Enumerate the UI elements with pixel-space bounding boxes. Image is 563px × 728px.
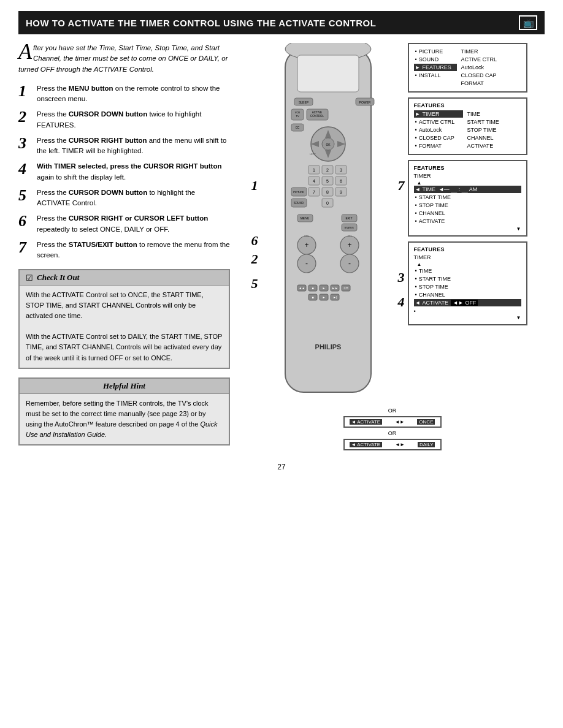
step-3-number: 3	[18, 135, 32, 151]
page-number: 27	[18, 463, 545, 471]
step-2-number: 2	[18, 109, 32, 125]
header-icon: 📺	[519, 15, 537, 30]
activate-arrow-icon: ◄►	[395, 419, 405, 425]
timer-stoptime2: • STOP TIME	[414, 202, 521, 209]
timer-starttime: START TIME	[466, 118, 515, 126]
timer-activate: ACTIVATE	[466, 142, 515, 150]
check-box-header: ☑ Check It Out	[20, 270, 229, 286]
svg-text:6: 6	[340, 179, 342, 183]
svg-text:TV: TV	[296, 115, 299, 118]
panel2-right: TIME START TIME STOP TIME CHANNEL ACTIVA…	[466, 110, 515, 150]
svg-text:►: ►	[322, 295, 325, 299]
menu-item-sound: • SOUND	[414, 56, 457, 63]
step-5: 5 Press the CURSOR DOWN button to highli…	[18, 188, 230, 209]
timer-stoptime: STOP TIME	[466, 126, 515, 134]
remote-control-wrapper: 1 6 2 5 7 3 4	[255, 43, 402, 400]
panel1-content: • PICTURE • SOUND ► FEATURES • INSTALL T…	[414, 48, 521, 88]
svg-text:■: ■	[312, 295, 313, 299]
steps-list: 1 Press the MENU button on the remote co…	[18, 83, 230, 261]
or-text-1: OR	[388, 408, 397, 414]
svg-text:ACTIVE: ACTIVE	[312, 111, 321, 114]
features-timer: ► TIMER	[414, 110, 463, 118]
svg-text:SOUND: SOUND	[293, 202, 304, 205]
svg-text:◄◄: ◄◄	[299, 286, 305, 290]
step-7-number: 7	[18, 240, 32, 256]
page: How to Activate the Timer Control Using …	[0, 0, 563, 728]
activate-once-row: ◄ ACTIVATE ◄► ONCE	[343, 416, 442, 428]
svg-text:+: +	[347, 241, 351, 249]
remote-svg: SLEEP POWER ACTIVE CONTROL VCR TV	[261, 43, 396, 398]
step-1: 1 Press the MENU button on the remote co…	[18, 83, 230, 105]
svg-text:EXIT: EXIT	[345, 216, 352, 220]
header-bar: How to Activate the Timer Control Using …	[18, 11, 545, 34]
right-column: 1 6 2 5 7 3 4	[240, 43, 545, 450]
or-text-2: OR	[388, 430, 397, 436]
svg-text:8: 8	[326, 190, 329, 194]
helpful-hint-box: Helpful Hint Remember, before setting th…	[18, 377, 230, 446]
panel4-down-arrow: ▼	[414, 315, 521, 320]
svg-text:►|: ►|	[332, 295, 336, 299]
menu-right-timer: TIMER	[460, 48, 509, 55]
step-4-number: 4	[18, 161, 32, 177]
menu-right-autolock: AutoLock	[460, 64, 509, 71]
svg-text:VOL: VOL	[304, 235, 309, 238]
panel4-subtitle: TIMER	[414, 254, 521, 260]
remote-step-2: 2	[251, 251, 258, 267]
panel3-up-arrow: ▲	[414, 180, 521, 186]
timer-channel: CHANNEL	[466, 134, 515, 142]
activate-daily-label: ◄ ACTIVATE	[350, 442, 383, 447]
menu-right-format: FORMAT	[460, 80, 509, 87]
step-1-number: 1	[18, 83, 32, 99]
timer-time-highlighted: ◄ TIME ◄— __ : __ AM	[414, 186, 521, 193]
panel1-right: TIMER ACTIVE CTRL AutoLock CLOSED CAP FO…	[460, 48, 509, 88]
panel3-title: FEATURES	[414, 165, 521, 171]
panel4-title: FEATURES	[414, 246, 521, 252]
step-1-text: Press the MENU button on the remote cont…	[37, 83, 230, 105]
svg-text:1: 1	[313, 168, 315, 172]
menu-item-features: ► FEATURES	[414, 64, 457, 71]
remote-step-1: 1	[251, 178, 258, 194]
panel3-down-arrow: ▼	[414, 226, 521, 232]
right-top-area: 1 6 2 5 7 3 4	[240, 43, 545, 400]
svg-text:CH: CH	[348, 235, 351, 238]
step-4-text: With TIMER selected, press the CURSOR RI…	[37, 161, 230, 183]
timer-activate2: • ACTIVATE	[414, 218, 521, 225]
svg-text:2: 2	[326, 168, 329, 172]
intro-text: A fter you have set the Time, Start Time…	[18, 43, 230, 75]
panel4-dot: •	[414, 308, 521, 314]
svg-text:-: -	[348, 259, 351, 268]
step-2-text: Press the CURSOR DOWN button twice to hi…	[37, 109, 230, 131]
remote-step-3: 3	[398, 270, 405, 286]
svg-text:SLEEP: SLEEP	[298, 100, 308, 104]
check-it-out-box: ☑ Check It Out With the ACTIVATE Control…	[18, 269, 230, 368]
svg-text:+: +	[304, 241, 308, 249]
drop-cap: A	[18, 43, 32, 61]
remote-step-7: 7	[398, 178, 405, 194]
svg-text:3: 3	[340, 168, 342, 172]
step-4: 4 With TIMER selected, press the CURSOR …	[18, 161, 230, 183]
activate-panels-area: OR ◄ ACTIVATE ◄► ONCE OR ◄ ACTIVATE ◄► D…	[240, 408, 545, 450]
hint-box-body: Remember, before setting the TIMER contr…	[20, 394, 229, 444]
check-box-body: With the ACTIVATE Control set to ONCE, t…	[20, 286, 229, 367]
features-autolock: • AutoLock	[414, 126, 463, 134]
panel2-title: FEATURES	[414, 102, 521, 108]
menu-item-install: • INSTALL	[414, 72, 457, 79]
panel2-content: ► TIMER • ACTIVE CTRL • AutoLock • CLOSE…	[414, 110, 521, 150]
menu-right-closedcap: CLOSED CAP	[460, 72, 509, 79]
timer-starttime2: • START TIME	[414, 194, 521, 201]
svg-rect-2	[297, 55, 359, 92]
step-7-text: Press the STATUS/EXIT button to remove t…	[37, 240, 230, 261]
timer-time: TIME	[466, 110, 515, 118]
svg-text:0: 0	[326, 201, 329, 205]
step-3-text: Press the CURSOR RIGHT button and the me…	[37, 135, 230, 157]
step-3: 3 Press the CURSOR RIGHT button and the …	[18, 135, 230, 157]
timer-activate-highlighted: ◄ ACTIVATE ◄► OFF	[414, 299, 521, 306]
intro-body: fter you have set the Time, Start Time, …	[18, 44, 228, 73]
page-title: How to Activate the Timer Control Using …	[26, 18, 376, 28]
panel3-subtitle: TIMER	[414, 173, 521, 179]
svg-text:►: ►	[322, 286, 325, 290]
svg-text:LEFT: LEFT	[310, 153, 316, 156]
timer-starttime3: • START TIME	[414, 275, 521, 282]
svg-text:POWER: POWER	[359, 100, 370, 104]
remote-step-4: 4	[398, 294, 405, 310]
